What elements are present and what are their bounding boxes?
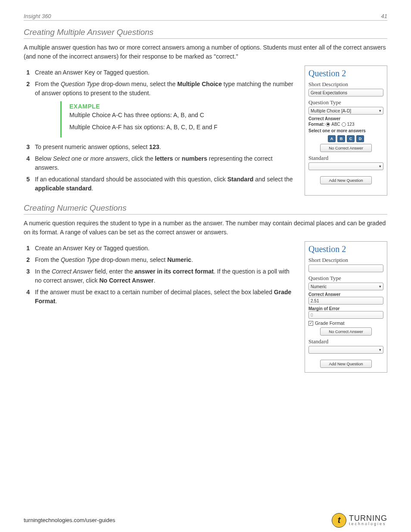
turning-logo-icon: t <box>332 513 346 528</box>
correct-answer-label: Correct Answer <box>308 292 383 297</box>
panel-title: Question 2 <box>308 244 383 254</box>
step-4: Below Select one or more answers, click … <box>35 154 297 172</box>
step-number: 2 <box>24 255 30 264</box>
short-description-input[interactable]: Great Expectations <box>308 89 383 96</box>
brand-sub: technologies <box>349 522 387 526</box>
step-4: If the answer must be exact to a certain… <box>35 288 297 306</box>
answer-b-button[interactable]: B <box>337 135 345 142</box>
page-number: 41 <box>381 13 387 19</box>
select-answers-label: Select one or more answers <box>308 128 383 133</box>
step-number: 5 <box>24 175 30 193</box>
question-type-label: Question Type <box>308 99 383 106</box>
step-5: If an educational standard should be ass… <box>35 175 297 193</box>
step-number: 1 <box>24 244 30 253</box>
brand-logo: t TURNING technologies <box>332 513 387 528</box>
question-type-dropdown[interactable]: Numeric <box>308 283 383 290</box>
brand-name: TURNING <box>349 515 387 522</box>
step-number: 2 <box>24 80 30 98</box>
question-type-dropdown[interactable]: Multiple Choice [A-D] <box>308 107 383 115</box>
product-name: Insight 360 <box>24 13 51 19</box>
format-abc-radio[interactable] <box>326 122 330 127</box>
section2-intro: A numeric question requires the student … <box>24 219 387 237</box>
standard-dropdown[interactable] <box>308 346 383 354</box>
page-header: Insight 360 41 <box>24 13 387 21</box>
section1-intro: A multiple answer question has two or mo… <box>24 43 387 61</box>
step-1: Create an Answer Key or Tagged question. <box>35 244 297 253</box>
step-number: 4 <box>24 154 30 172</box>
no-correct-answer-button[interactable]: No Correct Answer <box>320 327 372 336</box>
footer-url: turningtechnologies.com/user-guides <box>24 517 115 523</box>
grade-format-label: Grade Format <box>315 320 344 326</box>
add-new-question-button[interactable]: Add New Question <box>320 176 372 184</box>
margin-of-error-input[interactable]: 0 <box>308 311 383 319</box>
standard-label: Standard <box>308 155 383 162</box>
step-number: 1 <box>24 68 30 77</box>
panel-title: Question 2 <box>308 68 383 78</box>
step-3: In the Correct Answer field, enter the a… <box>35 267 297 285</box>
step-3: To present numeric answer options, selec… <box>35 143 297 152</box>
example-line-2: Multiple Choice A-F has six options: A, … <box>69 124 258 131</box>
short-description-label: Short Description <box>308 257 383 264</box>
step-number: 3 <box>24 143 30 152</box>
standard-label: Standard <box>308 338 383 345</box>
panel-numeric: Question 2 Short Description Question Ty… <box>305 241 387 373</box>
question-type-label: Question Type <box>308 275 383 282</box>
short-description-input[interactable] <box>308 264 383 272</box>
step-2: From the Question Type drop-down menu, s… <box>35 255 297 264</box>
answer-c-button[interactable]: C <box>347 135 355 142</box>
example-block: EXAMPLE Multiple Choice A-C has three op… <box>60 101 258 137</box>
grade-format-checkbox[interactable]: ✓ <box>308 321 313 326</box>
format-row: Format: ABC 123 <box>308 122 383 127</box>
step-2: From the Question Type drop-down menu, s… <box>35 80 297 98</box>
section-title-multiple-answer: Creating Multiple Answer Questions <box>24 28 387 39</box>
no-correct-answer-button[interactable]: No Correct Answer <box>320 144 372 152</box>
answer-d-button[interactable]: D <box>356 135 364 142</box>
format-123-radio[interactable] <box>342 122 346 127</box>
standard-dropdown[interactable] <box>308 162 383 170</box>
add-new-question-button[interactable]: Add New Question <box>320 360 372 368</box>
answer-a-button[interactable]: A <box>328 135 336 142</box>
step-number: 3 <box>24 267 30 285</box>
panel-multiple-choice: Question 2 Short Description Great Expec… <box>305 65 387 196</box>
example-line-1: Multiple Choice A-C has three options: A… <box>69 112 258 118</box>
section-title-numeric: Creating Numeric Questions <box>24 203 387 215</box>
example-label: EXAMPLE <box>69 103 258 110</box>
margin-of-error-label: Margin of Error <box>308 306 383 311</box>
step-number: 4 <box>24 288 30 306</box>
page-footer: turningtechnologies.com/user-guides t TU… <box>0 508 411 532</box>
correct-answer-input[interactable]: 2.51 <box>308 297 383 305</box>
short-description-label: Short Description <box>308 81 383 88</box>
step-1: Create an Answer Key or Tagged question. <box>35 68 297 77</box>
correct-answer-label: Correct Answer <box>308 116 383 121</box>
